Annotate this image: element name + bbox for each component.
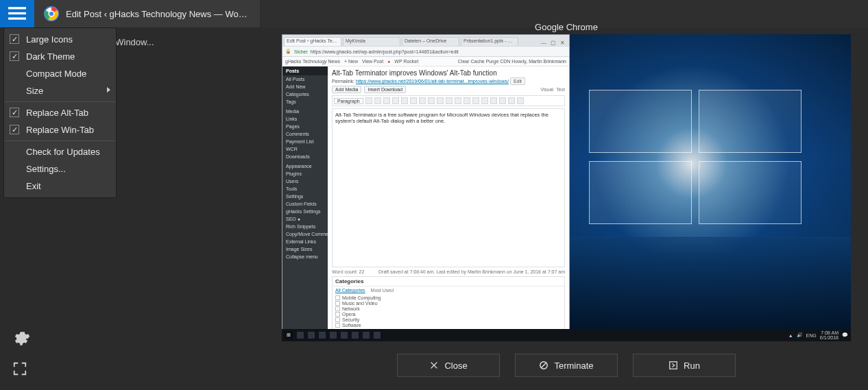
category-item[interactable]: Software xyxy=(335,323,562,328)
start-button[interactable]: ⊞ xyxy=(285,331,293,339)
category-item[interactable]: Opera xyxy=(335,312,562,317)
wp-sidebar-item[interactable]: Links xyxy=(282,115,328,123)
wp-sidebar-item[interactable]: Custom Fields xyxy=(282,200,328,208)
menu-item-dark-theme[interactable]: ✓ Dark Theme xyxy=(4,48,116,65)
paragraph-select[interactable]: Paragraph xyxy=(334,98,363,104)
menu-item-exit[interactable]: Exit xyxy=(4,178,116,195)
hamburger-menu-button[interactable] xyxy=(0,0,34,27)
wp-sidebar-item[interactable]: Pages xyxy=(282,123,328,130)
wp-sidebar-item[interactable]: Add New xyxy=(282,83,328,90)
wp-sidebar-item[interactable]: Appearance xyxy=(282,162,328,170)
close-button[interactable]: Close xyxy=(397,354,500,377)
taskbar-app-icon[interactable] xyxy=(319,332,326,339)
editor-tab-visual[interactable]: Visual xyxy=(540,87,553,92)
toolbar-icon[interactable] xyxy=(472,97,479,104)
wp-sidebar-item[interactable]: Image Sizes xyxy=(282,245,328,253)
align-center-icon[interactable] xyxy=(419,97,426,104)
browser-tab[interactable]: Dateien – OneDrive xyxy=(402,37,459,46)
taskview-icon[interactable] xyxy=(297,332,304,339)
cat-tab-all[interactable]: All Categories xyxy=(335,288,365,293)
taskbar-app-icon[interactable] xyxy=(374,332,381,339)
wp-sidebar-item[interactable]: SEO ● xyxy=(282,215,328,223)
taskbar-app-icon[interactable] xyxy=(341,332,348,339)
menu-item-replace-win-tab[interactable]: ✓ Replace Win-Tab xyxy=(4,121,116,138)
permalink-url[interactable]: https://www.ghacks.net/2019/06/01/alt-ta… xyxy=(356,79,509,84)
wp-sidebar-header[interactable]: Posts xyxy=(282,66,328,75)
toolbar-icon[interactable] xyxy=(499,97,506,104)
window-tab-active[interactable]: Edit Post ‹ gHacks Technology News — Wor… xyxy=(34,0,261,27)
tray-icon[interactable]: ▲ xyxy=(788,333,793,338)
align-right-icon[interactable] xyxy=(428,97,435,104)
link-icon[interactable] xyxy=(437,97,444,104)
settings-button[interactable] xyxy=(12,330,30,348)
fullscreen-button[interactable] xyxy=(12,361,27,376)
browser-tab[interactable]: Edit Post ‹ gHacks Tech… xyxy=(284,37,341,46)
tray-lang[interactable]: ENG xyxy=(806,333,817,338)
wp-sidebar-item[interactable]: All Posts xyxy=(282,75,328,83)
site-name[interactable]: gHacks Technology News xyxy=(285,59,340,64)
wp-sidebar-item[interactable]: gHacks Settings xyxy=(282,208,328,215)
browser-tab[interactable]: Präsentation1.pptx - Mi… xyxy=(461,37,518,46)
menu-item-settings[interactable]: Settings... xyxy=(4,160,116,178)
wp-sidebar-item[interactable]: Tags xyxy=(282,98,328,106)
close-icon[interactable]: ✕ xyxy=(560,40,565,46)
list-ol-icon[interactable] xyxy=(392,97,399,104)
cat-tab-most-used[interactable]: Most Used xyxy=(371,288,394,293)
terminate-button[interactable]: Terminate xyxy=(515,354,618,377)
category-item[interactable]: Network xyxy=(335,306,562,311)
wp-sidebar-item[interactable]: Copy/Move Comments xyxy=(282,230,328,238)
notifications-icon[interactable]: 💬 xyxy=(842,332,848,338)
taskbar-app-icon[interactable] xyxy=(363,332,370,339)
wp-sidebar-item[interactable]: WCR xyxy=(282,145,328,153)
menu-item-compact-mode[interactable]: Compact Mode xyxy=(4,65,116,82)
wp-sidebar-item[interactable]: Settings xyxy=(282,193,328,200)
tray-date[interactable]: 6/1/2018 xyxy=(820,335,839,340)
taskbar-app-icon[interactable] xyxy=(352,332,359,339)
tray-icon[interactable]: 🔊 xyxy=(797,332,803,338)
menu-item-size[interactable]: Size xyxy=(4,82,116,99)
wp-sidebar-item[interactable]: Users xyxy=(282,178,328,185)
align-left-icon[interactable] xyxy=(410,97,417,104)
italic-icon[interactable] xyxy=(374,97,381,104)
admin-bar-view[interactable]: View Post xyxy=(362,59,383,64)
wp-sidebar-item[interactable]: Downloads xyxy=(282,153,328,160)
address-bar[interactable]: 🔒 Sicher https://www.ghacks.net/wp-admin… xyxy=(282,46,569,57)
wp-sidebar-item[interactable]: Plugins xyxy=(282,170,328,178)
menu-item-large-icons[interactable]: ✓ Large Icons xyxy=(4,31,116,48)
insert-download-button[interactable]: Insert Download xyxy=(364,86,406,93)
bold-icon[interactable] xyxy=(365,97,372,104)
admin-bar-wprocket[interactable]: WP Rocket xyxy=(394,59,418,64)
menu-item-replace-alt-tab[interactable]: ✓ Replace Alt-Tab xyxy=(4,104,116,121)
browser-tab[interactable]: MyKinsta xyxy=(343,37,400,46)
wp-sidebar-item[interactable]: Media xyxy=(282,108,328,115)
tray-time[interactable]: 7:08 AM xyxy=(821,330,839,335)
wp-sidebar-item[interactable]: External Links xyxy=(282,238,328,245)
toolbar-icon[interactable] xyxy=(517,97,524,104)
toolbar-icon[interactable] xyxy=(490,97,497,104)
toolbar-icon[interactable] xyxy=(455,97,461,104)
toolbar-icon[interactable] xyxy=(463,97,470,104)
post-content[interactable]: Alt-Tab Terminator is a free software pr… xyxy=(332,108,565,267)
maximize-icon[interactable]: ▢ xyxy=(551,40,556,46)
taskbar-app-icon[interactable] xyxy=(330,332,337,339)
category-item[interactable]: Security xyxy=(335,317,562,322)
toolbar-icon[interactable] xyxy=(508,97,515,104)
more-icon[interactable] xyxy=(446,97,453,104)
wp-sidebar-item[interactable]: Categories xyxy=(282,90,328,98)
wp-sidebar-item[interactable]: Comments xyxy=(282,130,328,138)
admin-bar-new[interactable]: + New xyxy=(344,59,358,64)
editor-tab-text[interactable]: Text xyxy=(556,87,565,92)
run-button[interactable]: Run xyxy=(633,354,736,377)
toolbar-icon[interactable] xyxy=(481,97,488,104)
taskbar-app-icon[interactable] xyxy=(308,332,315,339)
list-icon[interactable] xyxy=(383,97,390,104)
post-title[interactable]: Alt-Tab Terminator improves Windows' Alt… xyxy=(332,69,565,77)
minimize-icon[interactable]: — xyxy=(541,40,546,46)
menu-item-check-updates[interactable]: Check for Updates xyxy=(4,143,116,160)
add-media-button[interactable]: Add Media xyxy=(332,86,361,93)
wp-sidebar-item[interactable]: Collapse menu xyxy=(282,253,328,260)
quote-icon[interactable] xyxy=(401,97,408,104)
wp-sidebar-item[interactable]: Tools xyxy=(282,185,328,193)
category-item[interactable]: Music and Video xyxy=(335,301,562,306)
admin-bar-right[interactable]: Clear Cache Purge CDN Howdy, Martin Brin… xyxy=(458,59,566,64)
